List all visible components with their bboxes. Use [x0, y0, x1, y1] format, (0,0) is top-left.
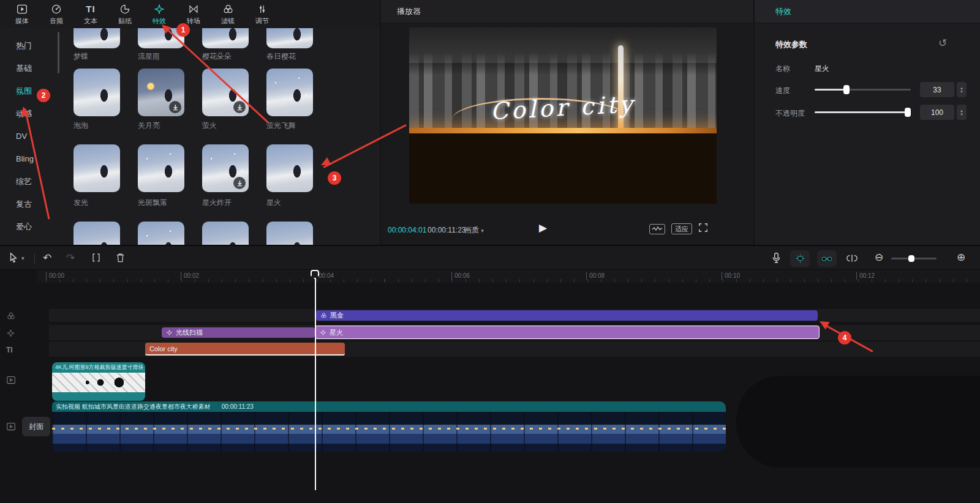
- effect-thumb-xinghuo[interactable]: [266, 144, 313, 192]
- player-controls: 00:00:04:01 00:00:11:23 画质 ▾ ▶ 适应: [381, 218, 753, 242]
- effect-thumb[interactable]: [266, 222, 313, 245]
- unlink-preview-icon[interactable]: [846, 254, 858, 265]
- slider-track[interactable]: [815, 111, 911, 113]
- cursor-dropdown-icon[interactable]: ▾: [21, 255, 24, 261]
- play-button[interactable]: ▶: [539, 222, 547, 234]
- track-main-video-icon[interactable]: [6, 422, 16, 433]
- link-toggle[interactable]: [817, 250, 837, 267]
- effect-thumb-guanyueliang[interactable]: [138, 69, 184, 116]
- fullscreen-icon[interactable]: [698, 223, 708, 235]
- effects-grid: 梦蝶 流星雨 樱花朵朵 春日樱花 泡泡 关月亮 萤火 萤光飞舞 发光: [56, 28, 380, 245]
- reset-icon[interactable]: ↺: [938, 37, 947, 50]
- effect-thumb-yinghuo[interactable]: [202, 69, 249, 116]
- select-cursor-icon[interactable]: [9, 252, 18, 266]
- redo-icon[interactable]: ↷: [66, 252, 75, 264]
- category-variety[interactable]: 综艺: [0, 170, 56, 193]
- main-toolbar: 媒体 音频 TI 文本 贴纸 特效 转场: [0, 0, 380, 28]
- cover-button[interactable]: 封面: [22, 417, 50, 436]
- tab-text-label: 文本: [84, 17, 97, 26]
- opacity-value-input[interactable]: [920, 105, 954, 120]
- download-icon: [169, 101, 181, 113]
- filter-icon: [222, 3, 234, 15]
- effect-thumb-xinghuozhakai[interactable]: [202, 144, 249, 192]
- quality-dropdown[interactable]: 画质 ▾: [464, 225, 484, 236]
- fit-button[interactable]: 适应: [671, 223, 692, 234]
- tab-sticker[interactable]: 贴纸: [108, 0, 142, 28]
- effect-thumb-faguang[interactable]: [74, 144, 120, 192]
- track-video-icon[interactable]: [6, 376, 16, 387]
- preview-water: [409, 133, 717, 204]
- track-effect-icon[interactable]: [6, 329, 15, 340]
- clip-heijin-filter[interactable]: 黑金: [316, 310, 818, 321]
- effect-thumb[interactable]: [202, 222, 249, 245]
- opacity-slider[interactable]: [815, 107, 911, 117]
- divider: [34, 253, 35, 264]
- ruler-label: 00:08: [586, 272, 605, 280]
- timeline-zoom-slider[interactable]: [891, 258, 937, 259]
- effect-thumb[interactable]: [266, 28, 313, 48]
- video-preview[interactable]: Color city: [409, 28, 717, 204]
- clip-main-video[interactable]: 实拍视频 航拍城市风景街道道路交通夜景都市夜大桥素材 00:00:11:23: [52, 401, 726, 452]
- playhead-line[interactable]: [315, 270, 316, 490]
- clip-overlay-video-4k[interactable]: 4K几.何图形9方格裁剪版迷置寸滑块: [52, 362, 145, 401]
- speed-value-input[interactable]: [920, 82, 954, 97]
- effect-thumb[interactable]: [138, 222, 184, 245]
- tab-transition-label: 转场: [187, 17, 200, 26]
- effect-thumb-paopao[interactable]: [74, 69, 120, 116]
- slider-handle[interactable]: [905, 108, 911, 117]
- ruler-label: 00:06: [451, 272, 470, 280]
- zoom-out-icon[interactable]: ⊖: [875, 252, 883, 264]
- category-hot[interactable]: 热门: [0, 34, 56, 57]
- magnet-snap-toggle[interactable]: [790, 250, 810, 267]
- preview-tower: [618, 45, 624, 133]
- effect-label: 萤火: [202, 121, 257, 131]
- chevron-down-icon: ▾: [481, 228, 484, 234]
- download-icon: [233, 101, 246, 113]
- track-text-icon[interactable]: TI: [6, 346, 13, 354]
- effect-thumb[interactable]: [202, 28, 249, 48]
- waveform-icon[interactable]: [649, 224, 665, 234]
- clip-spark-effect-selected[interactable]: 星火: [315, 326, 820, 339]
- slider-handle[interactable]: [843, 85, 850, 94]
- category-bling[interactable]: Bling: [0, 147, 56, 170]
- tab-filter[interactable]: 滤镜: [211, 0, 245, 28]
- category-basic[interactable]: 基础: [0, 57, 56, 80]
- effect-thumb-yingguangfeiwu[interactable]: [266, 69, 313, 116]
- effect-label: 春日樱花: [266, 51, 322, 62]
- zoom-in-icon[interactable]: ⊕: [957, 252, 965, 264]
- player-right-controls: 适应: [649, 223, 708, 235]
- tab-audio[interactable]: 音频: [39, 0, 74, 28]
- undo-icon[interactable]: ↶: [43, 252, 51, 264]
- tab-effects[interactable]: 特效: [142, 0, 176, 28]
- opacity-label: 不透明度: [775, 108, 805, 119]
- clip-scan-effect[interactable]: 光线扫描: [162, 327, 315, 338]
- delete-icon[interactable]: [115, 252, 126, 266]
- opacity-stepper[interactable]: ▴▾: [957, 105, 967, 120]
- speed-slider[interactable]: [815, 84, 911, 95]
- slider-track[interactable]: [815, 89, 911, 91]
- effect-label: 萤光飞舞: [266, 121, 322, 131]
- timeline-ruler[interactable]: 00:00 00:02 00:04 00:06 00:08 00:10 00:1…: [37, 270, 980, 283]
- effect-thumb[interactable]: [74, 222, 120, 245]
- stepper-down-icon[interactable]: ▾: [960, 113, 963, 116]
- effect-label: 泡泡: [74, 121, 129, 131]
- zoom-slider-handle[interactable]: [908, 255, 914, 262]
- slider-fill: [815, 89, 846, 91]
- stepper-down-icon[interactable]: ▾: [960, 90, 963, 94]
- track-filter-icon[interactable]: [6, 311, 16, 323]
- timeline-end-area: [736, 376, 980, 468]
- effects-panel: 媒体 音频 TI 文本 贴纸 特效 转场: [0, 0, 380, 245]
- speed-stepper[interactable]: ▴▾: [957, 82, 967, 97]
- effect-thumb[interactable]: [74, 28, 120, 48]
- annotation-arrow-2-head: [19, 106, 29, 117]
- tab-adjust[interactable]: 调节: [245, 0, 279, 28]
- record-mic-icon[interactable]: [772, 252, 781, 266]
- effect-thumb-guangbanpiaoluo[interactable]: [138, 144, 184, 192]
- transition-icon: [188, 3, 199, 15]
- tab-text[interactable]: TI 文本: [74, 0, 108, 28]
- video-editor-app: 媒体 音频 TI 文本 贴纸 特效 转场: [0, 0, 980, 503]
- tab-media[interactable]: 媒体: [5, 0, 39, 28]
- split-icon[interactable]: [91, 252, 102, 266]
- inspector-tab-effects[interactable]: 特效: [755, 0, 980, 23]
- total-timecode: 00:00:11:23: [428, 226, 466, 234]
